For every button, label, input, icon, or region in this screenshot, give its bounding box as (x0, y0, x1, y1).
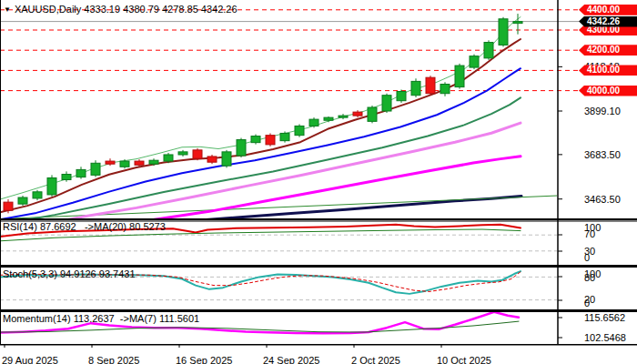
trading-chart-window[interactable]: 4118.183899.103683.503463.50100703001008… (0, 0, 637, 364)
main-price-pane[interactable] (0, 0, 557, 218)
momentum-header: Momentum(14) 113.2637 ->MA(7) 111.5601 (3, 313, 199, 324)
rsi-header: RSI(14) 87.6692 ->MA(20) 80.5273 (3, 221, 166, 232)
pane-separator[interactable] (0, 218, 637, 220)
time-axis-line (0, 344, 637, 346)
stoch-header: Stoch(5,3,3) 94.9126 93.7431 (3, 268, 136, 279)
title-marker-icon: ▼ (4, 5, 11, 14)
symbol-period-label: XAUUSD,Daily (15, 4, 81, 15)
ohlc-values: 4333.19 4380.79 4278.85 4342.26 (84, 4, 237, 15)
pane-separator[interactable] (0, 309, 637, 311)
chart-title: ▼XAUUSD,Daily 4333.19 4380.79 4278.85 43… (4, 4, 238, 15)
pane-separator[interactable] (0, 265, 637, 267)
